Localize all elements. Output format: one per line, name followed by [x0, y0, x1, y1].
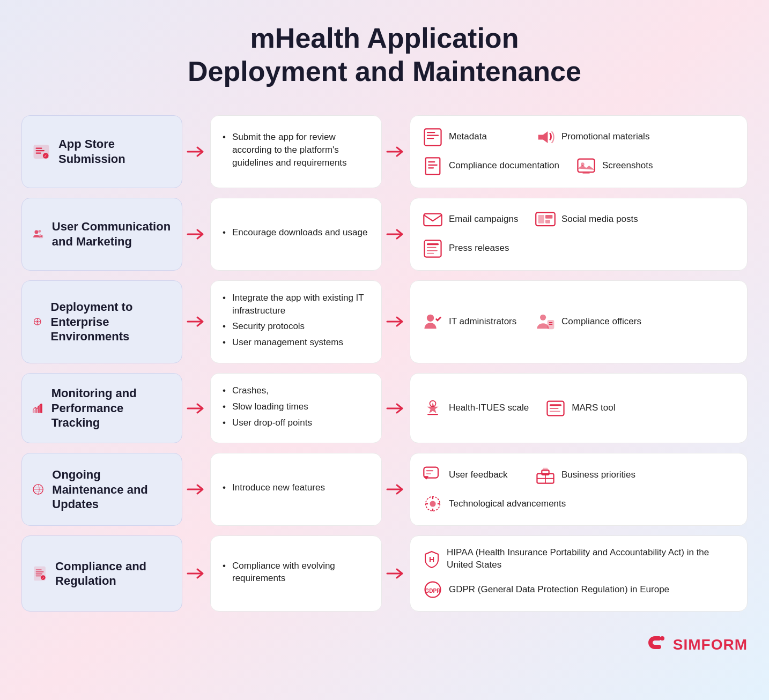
- metadata-icon: [422, 126, 443, 148]
- business-icon: [535, 464, 556, 486]
- bullet-item: Slow loading times: [223, 400, 312, 413]
- detail-item: Press releases: [422, 238, 519, 259]
- arrow2-deployment: [382, 280, 410, 363]
- health-scale-icon: [422, 398, 443, 419]
- svg-point-40: [36, 321, 38, 323]
- svg-rect-77: [36, 572, 44, 573]
- detail-item: Compliance documentation: [422, 155, 559, 177]
- detail-text: Technological advancements: [449, 498, 566, 510]
- category-box-monitoring: Monitoring and Performance Tracking: [21, 373, 182, 443]
- svg-point-87: [660, 636, 664, 641]
- monitoring-icon: [32, 398, 44, 419]
- detail-text: Metadata: [449, 131, 487, 143]
- detail-text: Promotional materials: [561, 131, 649, 143]
- svg-rect-13: [428, 161, 435, 162]
- detail-item: HHIPAA (Health Insurance Portability and…: [422, 547, 735, 571]
- category-label-deployment: Deployment to Enterprise Environments: [51, 300, 172, 344]
- svg-rect-31: [427, 247, 437, 248]
- detail-text: Compliance documentation: [449, 160, 559, 172]
- hipaa-icon: H: [422, 548, 441, 570]
- arrow2-maintenance: [382, 453, 410, 526]
- detail-text: HIPAA (Health Insurance Portability and …: [447, 547, 735, 571]
- detail-item: Health-ITUES scale: [422, 398, 529, 419]
- detail-item: Metadata: [422, 126, 519, 148]
- category-label-compliance: Compliance and Regulation: [55, 559, 172, 589]
- app-store-icon: ✓: [32, 141, 51, 162]
- arrow1-app-store: [182, 115, 210, 188]
- svg-rect-76: [36, 570, 42, 571]
- arrow2-app-store: [382, 115, 410, 188]
- svg-rect-57: [550, 408, 559, 409]
- svg-point-43: [427, 315, 434, 322]
- svg-rect-12: [426, 158, 440, 174]
- category-label-maintenance: Ongoing Maintenance and Updates: [52, 467, 172, 512]
- brand-footer: SIMFORM: [21, 631, 748, 659]
- detail-box-app-store: MetadataPromotional materialsCompliance …: [410, 115, 748, 188]
- category-label-app-store: App Store Submission: [58, 137, 172, 166]
- detail-item: Technological advancements: [422, 493, 566, 515]
- svg-rect-11: [427, 138, 434, 139]
- bullet-item: Compliance with evolving requirements: [223, 560, 369, 585]
- arrow1-maintenance: [182, 453, 210, 526]
- detail-text: GDPR (General Data Protection Regulation…: [449, 584, 669, 596]
- category-box-user-comm: User Communication and Marketing: [21, 198, 182, 271]
- screenshots-icon: [575, 155, 597, 177]
- arrow1-user-comm: [182, 198, 210, 271]
- svg-rect-30: [427, 243, 439, 245]
- category-box-app-store: ✓App Store Submission: [21, 115, 182, 188]
- bullet-item: User management systems: [223, 336, 369, 349]
- category-box-deployment: Deployment to Enterprise Environments: [21, 280, 182, 363]
- tech-icon: [422, 493, 443, 515]
- middle-box-user-comm: Encourage downloads and usage: [210, 198, 382, 271]
- simform-logo-icon: [644, 631, 668, 659]
- svg-point-19: [34, 230, 38, 234]
- category-label-monitoring: Monitoring and Performance Tracking: [51, 386, 172, 430]
- bullet-item: Encourage downloads and usage: [223, 226, 367, 239]
- middle-box-compliance: Compliance with evolving requirements: [210, 535, 382, 612]
- svg-rect-8: [424, 129, 441, 145]
- promotional-icon: [535, 126, 556, 148]
- svg-rect-47: [549, 324, 553, 325]
- arrow2-user-comm: [382, 198, 410, 271]
- flow-row-compliance: ✓Compliance and RegulationCompliance wit…: [21, 535, 748, 612]
- svg-rect-32: [427, 250, 438, 251]
- arrow1-compliance: [182, 535, 210, 612]
- brand-name: SIMFORM: [673, 636, 748, 653]
- flow-diagram: ✓App Store SubmissionSubmit the app for …: [21, 115, 748, 612]
- it-admin-icon: [422, 311, 443, 332]
- svg-point-20: [38, 230, 41, 233]
- svg-text:✓: ✓: [44, 153, 47, 158]
- deployment-icon: [32, 311, 43, 332]
- detail-item: Compliance officers: [535, 311, 641, 332]
- detail-box-maintenance: User feedbackBusiness prioritiesTechnolo…: [410, 453, 748, 526]
- svg-rect-49: [35, 408, 38, 413]
- svg-rect-9: [427, 132, 435, 133]
- detail-item: Screenshots: [575, 155, 672, 177]
- svg-rect-16: [578, 159, 594, 172]
- detail-text: IT administrators: [449, 316, 516, 328]
- detail-item: Business priorities: [535, 464, 635, 486]
- arrow2-compliance: [382, 535, 410, 612]
- social-icon: [535, 209, 556, 230]
- middle-box-deployment: Integrate the app with existing IT infra…: [210, 280, 382, 363]
- svg-rect-1: [35, 147, 42, 148]
- compliance-reg-icon: ✓: [32, 563, 48, 584]
- detail-text: Compliance officers: [561, 316, 641, 328]
- detail-box-deployment: IT administratorsCompliance officers: [410, 280, 748, 363]
- svg-point-69: [430, 501, 435, 507]
- maintenance-icon: [32, 479, 45, 500]
- page-title: mHealth Application Deployment and Maint…: [21, 21, 748, 88]
- svg-rect-21: [39, 235, 43, 238]
- detail-item: User feedback: [422, 464, 519, 486]
- detail-item: Email campaigns: [422, 209, 519, 230]
- bullet-item: Crashes,: [223, 384, 312, 397]
- detail-text: Social media posts: [561, 213, 638, 226]
- category-box-maintenance: Ongoing Maintenance and Updates: [21, 453, 182, 526]
- svg-rect-58: [550, 411, 560, 412]
- svg-rect-78: [36, 574, 43, 575]
- bullet-item: Submit the app for review according to t…: [223, 131, 369, 169]
- user-feedback-icon: [422, 464, 443, 486]
- detail-text: Screenshots: [602, 160, 653, 172]
- detail-text: Business priorities: [561, 469, 635, 481]
- detail-text: User feedback: [449, 469, 508, 481]
